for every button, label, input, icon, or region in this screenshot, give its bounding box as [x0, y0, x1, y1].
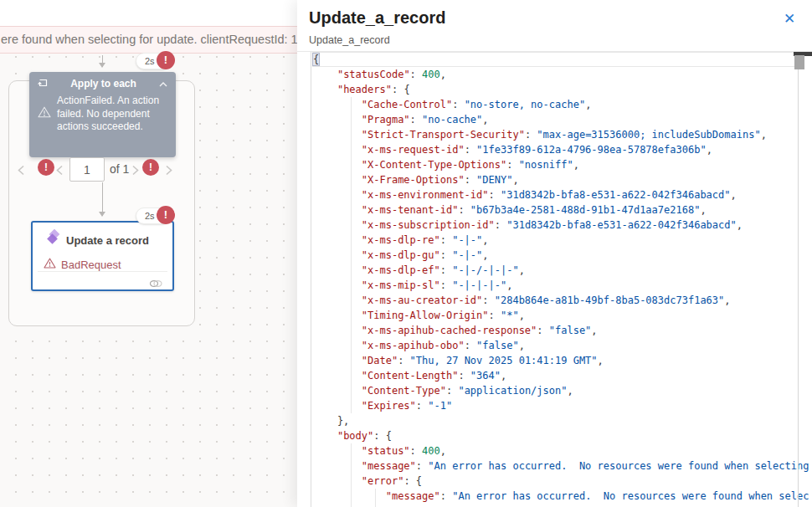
failed-iteration-badge-right: !: [142, 159, 159, 176]
connection-icon: [149, 276, 162, 290]
scrollbar-thumb[interactable]: [794, 55, 804, 69]
warning-triangle-icon: [38, 106, 51, 121]
update-a-record-title: Update a record: [63, 234, 164, 247]
panel-title: Update_a_record: [309, 8, 445, 28]
page-number-input[interactable]: [69, 157, 105, 182]
error-badge-icon: !: [157, 51, 175, 69]
page-count-label: of 1: [110, 162, 129, 176]
apply-to-each-card[interactable]: Apply to each ActionFailed. An action fa…: [29, 72, 176, 157]
dataverse-icon: [44, 229, 63, 251]
apply-to-each-title: Apply to each: [49, 78, 158, 90]
close-icon[interactable]: ✕: [780, 10, 799, 28]
flow-error-banner-text: ere found when selecting for update. cli…: [1, 33, 308, 46]
card-footer: [38, 271, 167, 289]
bad-request-status: BadRequest: [61, 259, 121, 271]
apply-to-each-error-message: ActionFailed. An action failed. No depen…: [57, 95, 164, 134]
apply-to-each-icon: [37, 76, 49, 91]
apply-to-each-duration-badge: 2s !: [136, 51, 176, 71]
chevron-up-icon[interactable]: [158, 76, 168, 91]
json-code-editor[interactable]: { "statusCode": 400, "headers": { "Cache…: [311, 52, 812, 507]
failed-iteration-badge-left: !: [38, 159, 54, 176]
warning-triangle-icon: [44, 258, 56, 271]
panel-subtitle: Update_a_record: [309, 34, 390, 46]
app-window: ere found when selecting for update. cli…: [0, 0, 812, 507]
details-panel: Update_a_record ✕ Update_a_record { "sta…: [297, 0, 812, 507]
first-page-chevron-icon[interactable]: [17, 164, 25, 180]
connector-arrow-inner: [102, 182, 103, 216]
error-badge-icon: !: [157, 206, 175, 224]
iteration-pager: ! of 1 !: [0, 157, 203, 184]
scrollbar-track[interactable]: [798, 52, 799, 507]
code-editor-lines: { "statusCode": 400, "headers": { "Cache…: [313, 52, 809, 504]
update-record-duration-badge: 2s !: [136, 206, 176, 226]
update-a-record-card[interactable]: Update a record BadRequest: [31, 221, 174, 291]
last-page-chevron-icon[interactable]: [165, 164, 173, 180]
next-page-chevron-icon[interactable]: [131, 164, 140, 180]
connector-arrow-top: [102, 55, 103, 67]
prev-page-chevron-icon[interactable]: [55, 164, 64, 180]
